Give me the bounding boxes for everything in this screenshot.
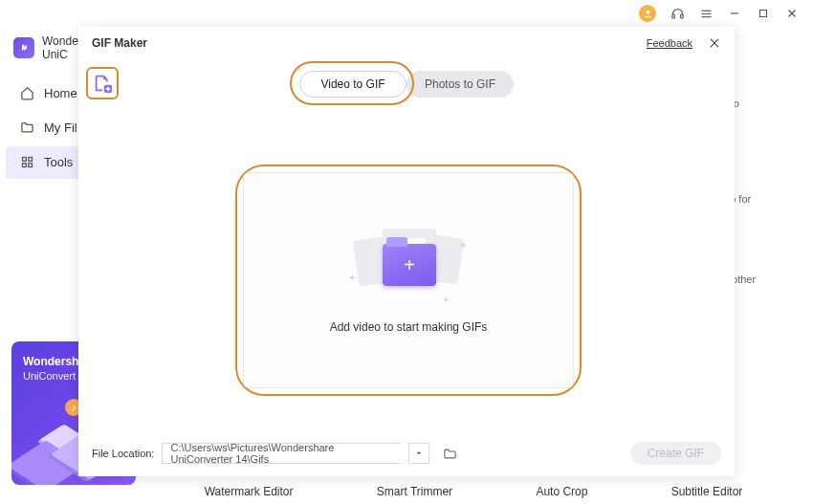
sparkle-icon: ✦ [442,295,450,305]
svg-rect-10 [22,158,26,162]
tool-smart-trimmer[interactable]: Smart Trimmer [377,485,452,498]
window-titlebar [639,0,813,27]
window-minimize-icon[interactable] [727,6,742,21]
app-name: Wonde UniC [42,34,78,62]
sidebar-item-label: My Fil [44,121,77,135]
sparkle-icon: ✦ [459,240,467,251]
drop-zone[interactable]: + ✦ ✦ ✦ Add video to start making GIFs [243,172,574,388]
folder-icon [19,121,34,136]
tab-photos-to-gif[interactable]: Photos to GIF [406,71,514,98]
user-avatar-icon[interactable] [639,5,656,22]
drop-zone-art: + ✦ ✦ ✦ [356,227,461,303]
create-gif-button[interactable]: Create GIF [630,442,721,465]
svg-rect-2 [680,14,683,18]
window-close-icon[interactable] [784,6,800,21]
tool-auto-crop[interactable]: Auto Crop [536,485,587,498]
tool-watermark-editor[interactable]: Watermark Editor [205,485,294,498]
sidebar-item-label: Tools [44,155,73,169]
gif-maker-modal: GIF Maker Feedback Video to GIF Photos t… [78,27,735,476]
folder-plus-icon: + [383,244,436,286]
feedback-link[interactable]: Feedback [647,37,692,49]
file-location-path[interactable]: C:\Users\ws\Pictures\Wondershare UniConv… [162,443,401,464]
sparkle-icon: ✦ [348,273,356,283]
svg-point-0 [646,10,649,13]
window-maximize-icon[interactable] [756,6,771,21]
add-file-button[interactable] [92,73,113,94]
file-location-label: File Location: [92,448,154,459]
modal-title: GIF Maker [92,36,147,50]
close-icon[interactable] [708,36,721,50]
headset-icon[interactable] [670,6,685,21]
tool-strip: Watermark Editor Smart Trimmer Auto Crop… [163,485,784,498]
svg-rect-1 [671,14,674,18]
mode-tabs: Video to GIF Photos to GIF [299,71,514,98]
svg-rect-11 [28,158,32,162]
add-file-highlight [86,67,119,99]
tools-icon [19,155,34,170]
file-location-dropdown[interactable] [408,443,429,464]
drop-zone-text: Add video to start making GIFs [330,320,488,334]
tool-subtitle-editor[interactable]: Subtitle Editor [671,485,743,498]
modal-footer: File Location: C:\Users\ws\Pictures\Wond… [92,442,721,465]
app-logo-icon [13,37,34,58]
svg-rect-13 [28,164,32,167]
svg-rect-7 [760,11,767,17]
open-folder-icon[interactable] [441,445,458,462]
sidebar-item-label: Home [44,86,77,100]
modal-header: GIF Maker Feedback [78,27,735,55]
home-icon [19,86,34,101]
tab-video-to-gif[interactable]: Video to GIF [299,71,406,98]
svg-rect-12 [22,164,26,167]
drop-zone-highlight: + ✦ ✦ ✦ Add video to start making GIFs [241,170,576,390]
menu-icon[interactable] [698,6,714,21]
